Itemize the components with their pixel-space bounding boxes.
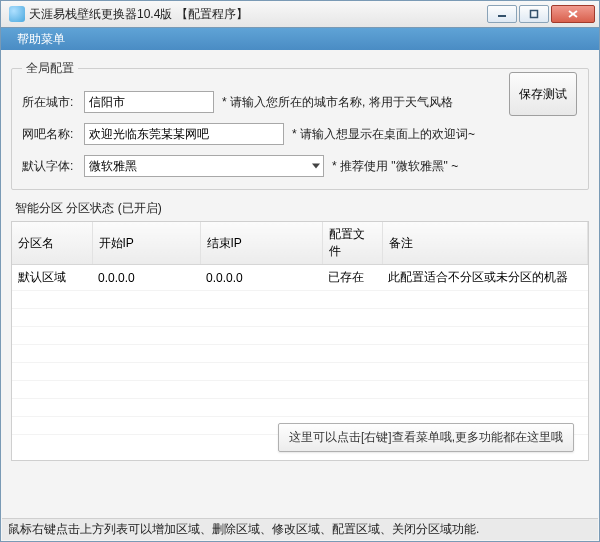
statusbar: 鼠标右键点击上方列表可以增加区域、删除区域、修改区域、配置区域、关闭分区域功能. bbox=[2, 518, 598, 540]
city-input[interactable] bbox=[84, 91, 214, 113]
cell-name: 默认区域 bbox=[12, 265, 92, 291]
cafe-input[interactable] bbox=[84, 123, 284, 145]
col-header-config[interactable]: 配置文件 bbox=[322, 222, 382, 265]
app-icon bbox=[9, 6, 25, 22]
col-header-end-ip[interactable]: 结束IP bbox=[200, 222, 322, 265]
titlebar: 天涯易栈壁纸更换器10.4版 【配置程序】 bbox=[0, 0, 600, 28]
col-header-note[interactable]: 备注 bbox=[382, 222, 588, 265]
minimize-icon bbox=[497, 9, 507, 19]
font-label: 默认字体: bbox=[22, 158, 84, 175]
context-menu-hint-tooltip: 这里可以点击[右键]查看菜单哦,更多功能都在这里哦 bbox=[278, 423, 574, 452]
cell-config: 已存在 bbox=[322, 265, 382, 291]
table-row[interactable] bbox=[12, 381, 588, 399]
window-title: 天涯易栈壁纸更换器10.4版 【配置程序】 bbox=[29, 6, 487, 23]
window-controls bbox=[487, 5, 595, 23]
maximize-icon bbox=[529, 9, 539, 19]
city-hint: * 请输入您所在的城市名称, 将用于天气风格 bbox=[222, 94, 453, 111]
table-row[interactable] bbox=[12, 345, 588, 363]
global-config-legend: 全局配置 bbox=[22, 60, 78, 77]
font-hint: * 推荐使用 "微软雅黑" ~ bbox=[332, 158, 458, 175]
global-config-group: 全局配置 所在城市: * 请输入您所在的城市名称, 将用于天气风格 网吧名称: … bbox=[11, 60, 589, 190]
close-button[interactable] bbox=[551, 5, 595, 23]
cafe-row: 网吧名称: * 请输入想显示在桌面上的欢迎词~ bbox=[22, 123, 578, 145]
city-row: 所在城市: * 请输入您所在的城市名称, 将用于天气风格 bbox=[22, 91, 578, 113]
table-row[interactable] bbox=[12, 309, 588, 327]
statusbar-text: 鼠标右键点击上方列表可以增加区域、删除区域、修改区域、配置区域、关闭分区域功能. bbox=[8, 521, 479, 538]
table-row[interactable] bbox=[12, 327, 588, 345]
font-select[interactable]: 微软雅黑 bbox=[84, 155, 324, 177]
cell-end-ip: 0.0.0.0 bbox=[200, 265, 322, 291]
city-label: 所在城市: bbox=[22, 94, 84, 111]
maximize-button[interactable] bbox=[519, 5, 549, 23]
cell-note: 此配置适合不分区或未分区的机器 bbox=[382, 265, 588, 291]
col-header-name[interactable]: 分区名 bbox=[12, 222, 92, 265]
partition-table[interactable]: 分区名 开始IP 结束IP 配置文件 备注 默认区域 0.0.0.0 0.0.0… bbox=[12, 222, 588, 435]
font-row: 默认字体: 微软雅黑 * 推荐使用 "微软雅黑" ~ bbox=[22, 155, 578, 177]
col-header-start-ip[interactable]: 开始IP bbox=[92, 222, 200, 265]
minimize-button[interactable] bbox=[487, 5, 517, 23]
client-area: 全局配置 所在城市: * 请输入您所在的城市名称, 将用于天气风格 网吧名称: … bbox=[0, 50, 600, 542]
cafe-label: 网吧名称: bbox=[22, 126, 84, 143]
cafe-hint: * 请输入想显示在桌面上的欢迎词~ bbox=[292, 126, 475, 143]
table-row[interactable] bbox=[12, 363, 588, 381]
cell-start-ip: 0.0.0.0 bbox=[92, 265, 200, 291]
partition-header: 智能分区 分区状态 (已开启) bbox=[15, 200, 589, 217]
table-header-row: 分区名 开始IP 结束IP 配置文件 备注 bbox=[12, 222, 588, 265]
save-test-button[interactable]: 保存测试 bbox=[509, 72, 577, 116]
table-row[interactable] bbox=[12, 291, 588, 309]
help-menu[interactable]: 帮助菜单 bbox=[9, 29, 73, 50]
table-row[interactable] bbox=[12, 399, 588, 417]
partition-table-wrap: 分区名 开始IP 结束IP 配置文件 备注 默认区域 0.0.0.0 0.0.0… bbox=[11, 221, 589, 461]
svg-rect-1 bbox=[531, 11, 538, 18]
menubar: 帮助菜单 bbox=[0, 28, 600, 50]
table-row[interactable]: 默认区域 0.0.0.0 0.0.0.0 已存在 此配置适合不分区或未分区的机器 bbox=[12, 265, 588, 291]
close-icon bbox=[567, 9, 579, 19]
